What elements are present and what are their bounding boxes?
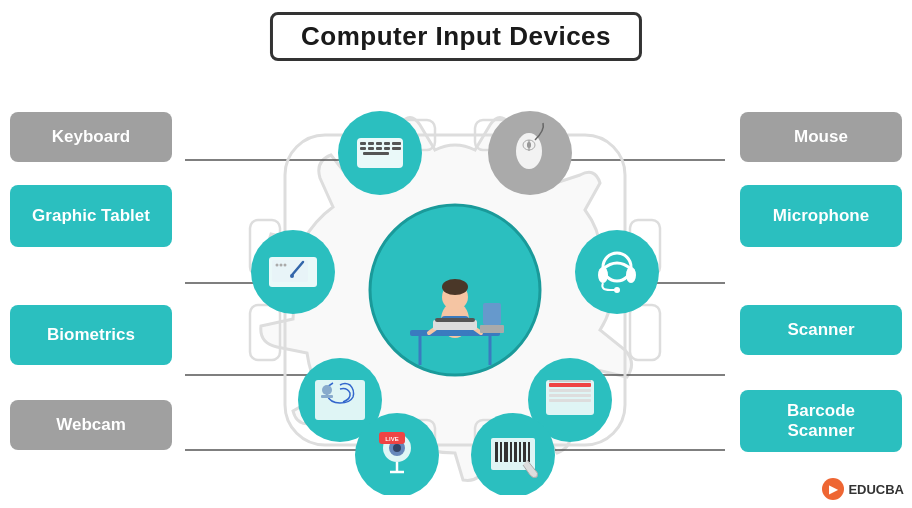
svg-point-66 [626,267,636,283]
svg-rect-90 [519,442,521,462]
label-mouse: Mouse [740,112,902,162]
svg-point-62 [284,264,287,267]
svg-rect-38 [480,325,504,333]
educba-logo: ▶ EDUCBA [822,478,904,500]
svg-rect-55 [527,142,531,148]
svg-rect-42 [376,142,382,145]
svg-rect-45 [360,147,366,150]
svg-rect-44 [392,142,401,145]
svg-point-60 [276,264,279,267]
svg-rect-87 [504,442,508,462]
svg-rect-92 [528,442,530,462]
svg-rect-88 [510,442,512,462]
svg-rect-37 [483,303,501,325]
educba-icon: ▶ [822,478,844,500]
svg-point-69 [322,385,332,395]
svg-rect-70 [321,395,333,398]
svg-rect-43 [384,142,390,145]
svg-rect-91 [523,442,526,462]
label-graphic-tablet: Graphic Tablet [10,185,172,247]
svg-point-61 [280,264,283,267]
svg-rect-86 [500,442,502,462]
svg-point-31 [442,279,468,295]
page-title: Computer Input Devices [270,12,642,61]
label-microphone: Microphone [740,185,902,247]
label-biometrics: Biometrics [10,305,172,365]
svg-rect-68 [315,380,365,420]
svg-point-67 [614,287,620,293]
svg-point-59 [290,274,294,278]
diagram-area: ⌨ [185,65,725,495]
svg-rect-40 [360,142,366,145]
svg-rect-36 [435,318,475,322]
svg-rect-74 [549,394,591,397]
label-webcam: Webcam [10,400,172,450]
svg-rect-73 [549,389,591,392]
svg-rect-72 [549,383,591,387]
label-scanner: Scanner [740,305,902,355]
label-barcode-scanner: Barcode Scanner [740,390,902,452]
svg-point-65 [598,267,608,283]
svg-rect-41 [368,142,374,145]
svg-rect-89 [514,442,517,462]
diagram-svg: ⌨ [185,65,725,495]
svg-rect-49 [392,147,401,150]
svg-rect-85 [495,442,498,462]
title-text: Computer Input Devices [301,21,611,52]
svg-point-79 [393,444,401,452]
svg-rect-75 [549,399,591,402]
svg-point-21 [575,230,659,314]
svg-rect-16 [630,305,660,360]
educba-text: EDUCBA [848,482,904,497]
svg-text:LIVE: LIVE [385,436,398,442]
label-keyboard: Keyboard [10,112,172,162]
